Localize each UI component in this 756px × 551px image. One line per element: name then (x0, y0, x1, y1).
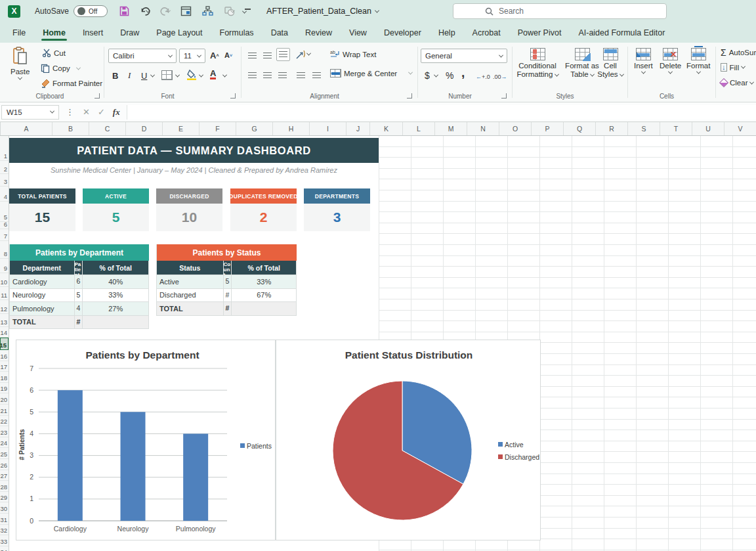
conditional-formatting-button[interactable]: Conditional Formatting (516, 48, 559, 79)
bar-cardiology[interactable] (58, 390, 83, 521)
italic-button[interactable]: I (126, 69, 133, 82)
align-bottom-button[interactable] (276, 48, 290, 61)
table-header-cell[interactable]: % of Total (83, 261, 149, 275)
fill-color-button[interactable] (186, 69, 197, 80)
kpi-card-active[interactable]: ACTIVE5 (83, 188, 149, 231)
column-header-I[interactable]: I (310, 122, 346, 135)
column-header-K[interactable]: K (370, 122, 403, 135)
table-cell[interactable]: 5 (75, 289, 83, 303)
tab-view[interactable]: View (341, 24, 375, 43)
kpi-card-departments[interactable]: DEPARTMENTS3 (304, 188, 370, 231)
table-cell[interactable]: Active (157, 275, 224, 289)
column-header-M[interactable]: M (435, 122, 467, 135)
cell-styles-button[interactable]: Cell Styles (595, 48, 626, 79)
bold-button[interactable]: B (110, 69, 120, 82)
pie-chart[interactable]: Patient Status DistributionActiveDischar… (276, 340, 541, 540)
autosum-button[interactable]: Σ AutoSum (721, 47, 756, 58)
tab-acrobat[interactable]: Acrobat (464, 24, 509, 43)
table-cell[interactable]: 33% (83, 289, 149, 303)
table-cell[interactable]: 40% (83, 275, 149, 289)
table-icon[interactable] (180, 6, 192, 16)
tab-help[interactable]: Help (430, 24, 464, 43)
cancel-entry-button[interactable]: ✕ (83, 107, 90, 117)
column-header-P[interactable]: P (532, 122, 564, 135)
autosave-toggle[interactable]: AutoSave Off (35, 5, 108, 17)
align-right-button[interactable] (276, 69, 289, 82)
table-cell[interactable]: 27% (83, 302, 149, 316)
paste-button[interactable]: Paste (10, 47, 30, 80)
table-cell[interactable]: 5 (224, 275, 232, 289)
column-header-F[interactable]: F (200, 122, 236, 135)
cut-button[interactable]: Cut (42, 49, 66, 57)
number-format-select[interactable]: General (421, 49, 507, 63)
tab-page-layout[interactable]: Page Layout (148, 24, 211, 43)
borders-button[interactable] (161, 70, 173, 80)
bar-neurology[interactable] (121, 412, 146, 521)
tab-draw[interactable]: Draw (112, 24, 148, 43)
excel-logo-icon[interactable]: X (8, 5, 20, 18)
font-family-select[interactable]: Calibri (108, 49, 177, 63)
column-header-N[interactable]: N (467, 122, 499, 135)
increase-indent-button[interactable] (310, 69, 323, 82)
number-dialog-launcher[interactable] (501, 93, 507, 99)
table-header-cell[interactable]: Patients (75, 261, 83, 275)
copy-button[interactable]: Copy (41, 64, 80, 73)
align-center-button[interactable] (261, 69, 274, 82)
toolbar-options-icon[interactable] (245, 9, 251, 14)
format-painter-button[interactable]: Format Painter (41, 79, 102, 88)
table-cell[interactable]: Cardiology (10, 275, 75, 289)
delete-cells-button[interactable]: ✕ Delete (660, 48, 681, 74)
clear-button[interactable]: Clear (721, 79, 753, 87)
table-cell[interactable]: Pulmonology (10, 302, 75, 316)
decrease-decimal-button[interactable]: .00→ (491, 70, 509, 83)
column-header-H[interactable]: H (273, 122, 310, 135)
bar-chart[interactable]: Patients by Department01234567Cardiology… (16, 340, 276, 540)
fill-button[interactable]: ↓ Fill (721, 63, 745, 72)
table-header-cell[interactable]: Count (224, 261, 232, 275)
document-title[interactable]: AFTER_Patient_Data_Clean (266, 7, 379, 16)
column-header-U[interactable]: U (692, 122, 724, 135)
table-header-cell[interactable]: Status (157, 261, 224, 275)
column-header-T[interactable]: T (660, 122, 692, 135)
table-cell[interactable]: Discharged (157, 289, 224, 303)
sheet-body[interactable]: 1234567891011121314151617181920212223242… (0, 136, 756, 551)
tab-insert[interactable]: Insert (74, 24, 112, 43)
column-header-S[interactable]: S (628, 122, 660, 135)
table-cell[interactable]: 4 (75, 302, 83, 316)
column-header-Q[interactable]: Q (564, 122, 596, 135)
decrease-indent-button[interactable] (295, 69, 307, 82)
tab-home[interactable]: Home (34, 24, 74, 43)
wrap-text-button[interactable]: ab Wrap Text (330, 50, 376, 58)
comma-style-button[interactable]: , (459, 66, 467, 79)
column-header-L[interactable]: L (403, 122, 435, 135)
align-middle-button[interactable] (261, 49, 274, 62)
decrease-font-size-button[interactable]: A˅ (222, 49, 234, 62)
format-cells-button[interactable]: Format (686, 48, 710, 74)
select-all-corner[interactable] (0, 122, 1, 135)
table-cell[interactable]: 67% (232, 289, 297, 303)
table-cell[interactable]: # (75, 316, 83, 330)
column-header-E[interactable]: E (163, 122, 200, 135)
orientation-button[interactable] (293, 48, 308, 61)
tab-ai-aided-formula-editor[interactable]: AI-aided Formula Editor (570, 24, 673, 43)
tab-file[interactable]: File (4, 24, 34, 43)
redo-button[interactable] (160, 7, 170, 16)
tab-data[interactable]: Data (262, 24, 297, 43)
table-cell[interactable] (83, 316, 149, 330)
font-dialog-launcher[interactable] (230, 93, 236, 99)
merge-center-button[interactable]: Merge & Center (330, 69, 412, 77)
dashboard-title-banner[interactable]: PATIENT DATA — SUMMARY DASHBOARD (9, 138, 379, 163)
increase-decimal-button[interactable]: ←+.0 (474, 70, 492, 83)
underline-button[interactable]: U (139, 69, 149, 82)
column-header-A[interactable]: A (1, 122, 52, 135)
table-cell[interactable]: # (224, 302, 232, 316)
increase-font-size-button[interactable]: A˄ (208, 49, 220, 62)
undo-button[interactable] (140, 7, 150, 16)
column-header-D[interactable]: D (126, 122, 163, 135)
alignment-dialog-launcher[interactable] (407, 93, 412, 99)
dashboard-subtitle[interactable]: Sunshine Medical Center | January – May … (9, 166, 379, 174)
table-header-cell[interactable]: % of Total (232, 261, 297, 275)
table-cell[interactable]: # (224, 289, 232, 303)
table-header-cell[interactable]: Department (10, 261, 75, 275)
column-header-R[interactable]: R (596, 122, 628, 135)
